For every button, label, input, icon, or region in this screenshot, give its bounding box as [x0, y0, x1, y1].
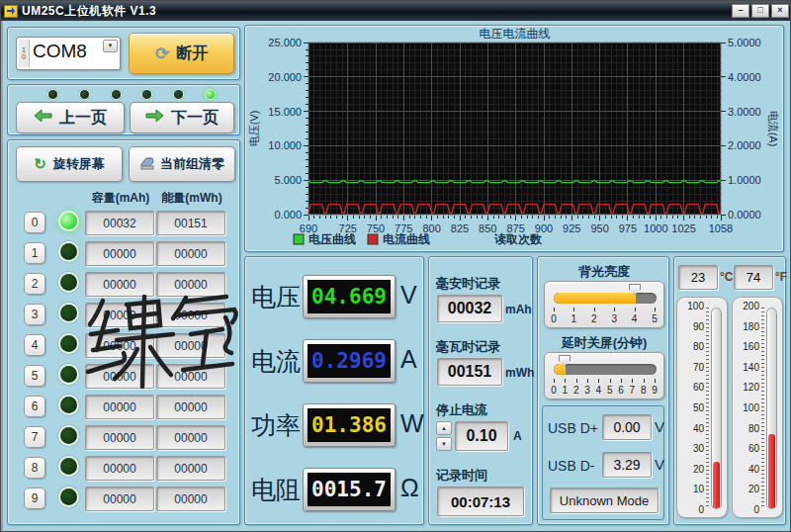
rotate-icon: ↻: [34, 155, 46, 173]
screen-timeout-slider-track[interactable]: [554, 364, 657, 375]
slider-tick: [594, 308, 595, 311]
group-capacity-display: 00000: [85, 456, 154, 481]
group-energy-display: 00000: [156, 364, 225, 389]
mwh-unit: mWh: [505, 366, 534, 380]
scale-tick-label: 10: [693, 485, 705, 494]
group-energy-display: 00000: [156, 395, 225, 419]
current-label: 电流: [251, 345, 301, 378]
combo-dropdown-icon[interactable]: ▼: [103, 40, 118, 52]
voltage-unit: V: [400, 281, 417, 310]
fahrenheit-tube: [766, 308, 777, 509]
group-number-button[interactable]: 6: [24, 396, 45, 417]
fahrenheit-mercury: [768, 434, 775, 508]
mah-record-display: 00032: [437, 295, 502, 322]
group-number-button[interactable]: 1: [24, 242, 45, 264]
scale-tick-label: 140: [743, 363, 760, 373]
group-led-indicator: [58, 395, 79, 415]
backlight-slider[interactable]: 012345: [544, 281, 664, 328]
slider-tick-label: 3: [584, 385, 590, 396]
screen-timeout-slider[interactable]: 0123456789: [544, 352, 664, 399]
group-number-button[interactable]: 9: [24, 488, 45, 509]
resistance-lcd-frame: 0015.7: [303, 468, 396, 511]
fahrenheit-scale: 200180160140120100806040200: [733, 302, 760, 515]
slider-tick: [554, 379, 555, 383]
scale-tick-label: 180: [743, 322, 760, 332]
maximize-icon[interactable]: □: [751, 4, 769, 18]
status-led-5: [205, 89, 216, 100]
minimize-icon[interactable]: –: [732, 4, 749, 18]
left-axis-label: 电压(V): [248, 111, 260, 147]
group-led-indicator: [58, 456, 79, 477]
status-led-4: [173, 89, 184, 100]
scale-tick-label: 0: [753, 505, 760, 515]
slider-tick-label: 2: [591, 313, 597, 324]
spin-down-icon[interactable]: ▼: [436, 437, 452, 451]
scale-tick-label: 60: [748, 444, 760, 454]
slider-tick: [565, 379, 566, 383]
group-row: 2 00000 00000: [8, 271, 241, 297]
slider-tick: [644, 379, 645, 383]
scale-tick-label: 20: [693, 465, 705, 475]
group-row: 0 00032 00151: [8, 210, 241, 235]
voltage-display: 04.669: [308, 280, 391, 313]
group-number-button[interactable]: 0: [24, 212, 45, 233]
status-led-2: [111, 89, 122, 100]
group-led-indicator: [58, 272, 79, 293]
voltage-legend-label: 电压曲线: [308, 232, 356, 246]
disconnect-label: 断开: [176, 44, 208, 64]
spin-up-icon[interactable]: ▲: [436, 421, 452, 435]
group-number-button[interactable]: 7: [24, 426, 45, 448]
slider-tick: [632, 379, 633, 383]
group-capacity-display: 00000: [85, 303, 154, 327]
disconnect-button[interactable]: ⟳ 断开: [129, 33, 234, 74]
status-led-1: [79, 89, 90, 100]
next-page-button[interactable]: 下一页: [130, 102, 234, 133]
backlight-slider-track[interactable]: [554, 293, 657, 304]
scale-tick-label: 60: [693, 383, 705, 393]
resistance-display: 0015.7: [308, 473, 391, 506]
group-row: 3 00000 00000: [8, 302, 241, 327]
stop-current-spinner: ▲ ▼: [436, 421, 452, 451]
group-led-indicator: [58, 364, 79, 385]
com-port-combo[interactable]: 10 COM8 ▼: [16, 37, 121, 70]
prev-page-button[interactable]: 上一页: [16, 102, 125, 133]
close-icon[interactable]: ×: [771, 4, 789, 18]
current-legend-label: 电流曲线: [383, 232, 430, 246]
connection-panel: 10 COM8 ▼ ⟳ 断开: [7, 27, 240, 80]
group-number-button[interactable]: 5: [24, 365, 45, 387]
group-number-button[interactable]: 2: [24, 273, 45, 295]
group-led-indicator: [58, 303, 79, 323]
scale-tick-label: 50: [693, 403, 705, 413]
mwh-record-display: 00151: [437, 358, 502, 386]
clear-group-button[interactable]: 当前组清零: [129, 146, 235, 182]
rotate-screen-button[interactable]: ↻ 旋转屏幕: [16, 146, 123, 182]
group-number-button[interactable]: 3: [24, 304, 45, 325]
slider-tick-label: 9: [652, 385, 658, 396]
app-window: UM25C上位机软件 V1.3 – □ × 10 COM8 ▼ ⟳ 断开 上一页…: [0, 0, 791, 532]
chart-panel: 电压电流曲线25.00020.00015.00010.0005.0000.000…: [244, 25, 784, 252]
group-row: 9 00000 00000: [8, 486, 241, 511]
usb-dminus-unit: V: [655, 456, 664, 473]
stop-current-value[interactable]: 0.10: [455, 421, 508, 451]
group-number-button[interactable]: 4: [24, 334, 45, 356]
celsius-mercury: [713, 462, 720, 508]
mah-unit: mAh: [505, 303, 532, 316]
com-port-value[interactable]: COM8: [33, 41, 87, 62]
group-capacity-display: 00000: [85, 425, 154, 450]
backlight-label: 背光亮度: [538, 263, 670, 281]
group-led-indicator: [58, 211, 79, 231]
usb-dminus-display: 3.29: [602, 452, 652, 478]
current-legend-swatch: [368, 234, 378, 244]
slider-tick-label: 5: [607, 385, 613, 396]
group-capacity-display: 00000: [85, 395, 154, 419]
usb-dplus-unit: V: [655, 418, 664, 435]
slider-tick-label: 1: [563, 385, 569, 396]
slider-tick-label: 4: [596, 385, 602, 396]
io-icon: 10: [19, 40, 30, 67]
group-number-button[interactable]: 8: [24, 457, 45, 479]
temp-c-display: 23: [678, 265, 718, 290]
usb-mode-display: Unknown Mode: [550, 488, 659, 513]
thermometer-celsius: 1009080706050403020100: [676, 297, 728, 518]
group-row: 8 00000 00000: [8, 455, 241, 481]
svg-text:10.000: 10.000: [268, 139, 302, 151]
